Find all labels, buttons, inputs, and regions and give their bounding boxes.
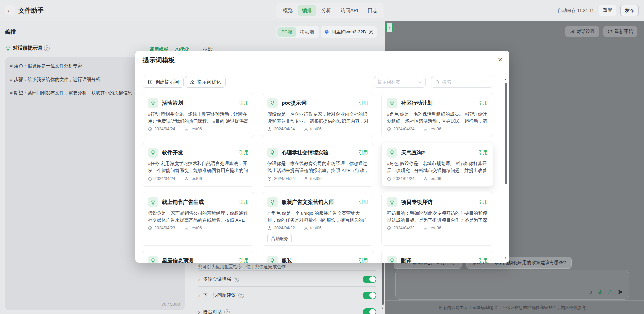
template-search-box <box>431 76 492 88</box>
prompt-template-modal: 提示词模板 × 创建提示词 提示词优化 提示词标签 <box>135 51 509 263</box>
help-icon[interactable]: ? <box>224 309 230 314</box>
person-icon <box>184 226 189 230</box>
template-card-community-action[interactable]: 社区行动计划引用 #角色 你是一名环保活动组织的成员。 #行动 你计划组织一场社… <box>381 93 493 137</box>
reset-button[interactable]: 重置 <box>599 5 616 16</box>
ai-disclaimer: 所有内容均由人工智能模型输出，不保证信息的准确性和完整性，内容仅供参考。 <box>385 305 644 311</box>
close-icon[interactable]: × <box>495 55 505 65</box>
template-title: 项目专项拜访 <box>401 199 432 206</box>
dialog-settings-button[interactable]: 对话设置 <box>565 26 599 37</box>
template-date: 2024/04/22 <box>274 226 295 230</box>
template-card-translate[interactable]: 翻译引用 <box>381 251 493 263</box>
search-input[interactable] <box>442 80 489 85</box>
device-tab-mobile[interactable]: 移动端 <box>296 27 318 37</box>
autosave-status: 自动保存 11:31:11 <box>558 8 594 14</box>
template-date: 2024/04/23 <box>154 226 175 230</box>
template-title: 天气查询2 <box>401 149 425 156</box>
clock-icon <box>267 127 272 131</box>
divider <box>198 270 376 271</box>
scrollbar-thumb[interactable] <box>382 262 384 305</box>
modal-scrollbar-down-arrow[interactable]: ▼ <box>504 256 507 259</box>
tag-filter-select[interactable]: 提示词标签 <box>374 76 426 88</box>
chevron-left-icon: ‹ <box>389 25 390 30</box>
lightbulb-icon <box>387 98 397 108</box>
cite-link[interactable]: 引用 <box>478 150 488 156</box>
template-date: 2024/04/24 <box>393 176 415 181</box>
template-title: poc提示词 <box>282 100 307 107</box>
tag-filter-placeholder: 提示词标签 <box>378 79 400 85</box>
template-description: #任务 利用深度学习技术和自然语言处理算法，开发一个智能问答系统，能够准确回答用… <box>148 160 249 174</box>
template-card-psychology-experiment[interactable]: 心理学社交情境实验引用 假设你是一家在线教育公司的市场经理，你想通过线上活动来提… <box>262 143 374 187</box>
upload-icon[interactable] <box>607 289 613 295</box>
microphone-icon[interactable] <box>597 289 603 295</box>
cite-link[interactable]: 引用 <box>478 100 488 106</box>
cite-link[interactable]: 引用 <box>478 258 488 263</box>
template-author: test06 <box>430 226 441 230</box>
chevron-right-icon: › <box>198 277 200 282</box>
chat-input[interactable]: 0 <box>395 270 629 300</box>
chevron-down-icon <box>418 80 422 84</box>
setting-row-next-question[interactable]: › 下一步问题建议 ? <box>198 288 376 303</box>
help-icon[interactable]: ? <box>238 293 244 298</box>
create-prompt-button[interactable]: 创建提示词 <box>143 76 184 88</box>
template-description: 假设你是一家产品销售公司的营销经理，你想通过社交媒体广告来提高产品的在线销售。按… <box>148 210 249 223</box>
restart-label: 重新开始 <box>615 29 633 35</box>
device-tab-pc[interactable]: PC端 <box>277 27 296 37</box>
tab-analysis[interactable]: 分析 <box>317 5 335 16</box>
tab-overview[interactable]: 概览 <box>279 5 297 16</box>
template-card-activity-planning[interactable]: 活动策划引用 #行动 策划并实施一场线上教育体验活动，让潜在用户免费试听我们的热… <box>142 93 254 137</box>
template-card-online-ads[interactable]: 线上销售广告生成引用 假设你是一家产品销售公司的营销经理，你想通过社交媒体广告来… <box>142 192 254 246</box>
setting-row-voice[interactable]: › 语音对话 ? <box>198 305 376 314</box>
cite-link[interactable]: 引用 <box>359 150 368 156</box>
tab-logs[interactable]: 日志 <box>363 5 381 16</box>
person-icon <box>423 127 428 131</box>
person-icon <box>304 226 308 230</box>
optimize-prompt-button[interactable]: 提示词优化 <box>185 76 226 88</box>
restart-icon <box>607 29 612 34</box>
template-description: #行动 策划并实施一场线上教育体验活动，让潜在用户免费试听我们的热门课程。 #目… <box>148 111 249 124</box>
template-date: 2024/04/24 <box>274 127 295 131</box>
person-icon <box>184 177 189 181</box>
chat-input-tools: 0 <box>589 289 624 295</box>
cite-link[interactable]: 引用 <box>239 150 249 156</box>
cite-link[interactable]: 引用 <box>359 100 368 106</box>
collapse-panel-button[interactable]: ‹ <box>386 23 393 32</box>
restart-button[interactable]: 重新开始 <box>603 26 637 37</box>
template-date: 2024/04/24 <box>154 176 175 181</box>
cite-link[interactable]: 引用 <box>359 258 368 263</box>
modal-scrollbar-up-arrow[interactable]: ▲ <box>504 77 507 81</box>
tab-api[interactable]: 访问API <box>336 5 362 16</box>
template-card-weather-query[interactable]: 天气查询2引用 #角色 假设你是一名城市规划师。 #行动 你打算开展一项研究，分… <box>381 143 493 187</box>
template-card-poc-prompt[interactable]: poc提示词引用 假设你是一名企业行政专家，针对企业内文档的识读和表达非常专业。… <box>262 93 374 137</box>
card-row: 活动策划引用 #行动 策划并实施一场线上教育体验活动，让潜在用户免费试听我们的热… <box>142 93 493 137</box>
cite-link[interactable]: 引用 <box>359 199 368 205</box>
model-settings-gear-icon[interactable] <box>368 30 374 35</box>
template-card-apparel-copywriter[interactable]: 服装广告文案营销大师引用 # 角色 你是一个 uniqlo 的服装广告文案营销大… <box>262 192 374 246</box>
scrollbar-down-arrow[interactable]: ▼ <box>381 307 384 310</box>
modal-scrollbar-thumb[interactable] <box>505 83 507 184</box>
template-author: test06 <box>310 176 322 181</box>
cite-link[interactable]: 引用 <box>478 199 488 205</box>
help-icon[interactable]: ? <box>234 277 239 282</box>
dialog-settings-icon <box>569 29 574 34</box>
template-card-software-dev[interactable]: 软件开发引用 #任务 利用深度学习技术和自然语言处理算法，开发一个智能问答系统，… <box>142 143 254 187</box>
cite-link[interactable]: 引用 <box>239 199 249 205</box>
back-button[interactable]: ← <box>5 5 15 15</box>
template-card-horoscope[interactable]: 星座信息预测引用 <box>142 251 254 263</box>
cite-link[interactable]: 引用 <box>239 100 249 106</box>
template-title: 翻译 <box>401 257 412 263</box>
cite-link[interactable]: 引用 <box>239 258 249 263</box>
send-icon[interactable] <box>618 289 624 295</box>
help-icon[interactable]: ? <box>44 45 50 51</box>
template-card-clothing[interactable]: 服装引用 <box>262 251 374 263</box>
template-title: 线上销售广告生成 <box>162 199 204 206</box>
toggle-multiturn[interactable] <box>363 276 376 283</box>
toggle-voice[interactable] <box>363 308 376 314</box>
toggle-next-question[interactable] <box>363 292 376 299</box>
model-selector[interactable]: 阿里|Qwen3-32B <box>321 26 377 38</box>
setting-row-multiturn[interactable]: › 多轮会话增强 ? <box>198 272 376 286</box>
top-bar: ← 文件助手 概览 编排 分析 访问API 日志 自动保存 11:31:11 重… <box>0 0 644 21</box>
template-card-project-visit[interactable]: 项目专项拜访引用 拜访目的：明确说明此次专项拜访的主要目的和预期达成的目标。是为… <box>381 192 493 246</box>
divider <box>198 286 376 287</box>
publish-button[interactable]: 发布 <box>620 5 639 16</box>
tab-orchestrate[interactable]: 编排 <box>298 5 316 16</box>
